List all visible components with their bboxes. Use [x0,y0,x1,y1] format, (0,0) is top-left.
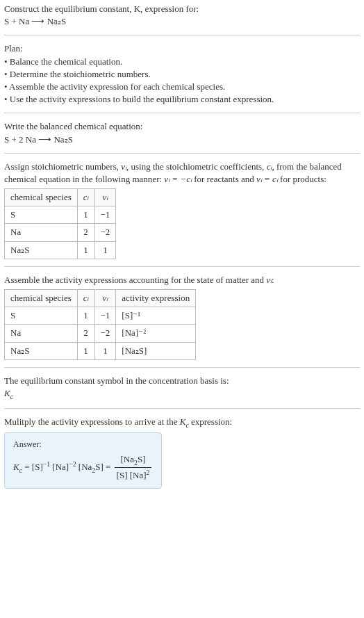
answer-kc: Kc [13,462,22,472]
activity-table: chemical species cᵢ νᵢ activity expressi… [4,289,196,360]
rel-prod: νᵢ = cᵢ [256,174,278,184]
cell-nui: 1 [94,342,116,359]
divider [4,266,360,267]
cell-nui: −2 [94,224,116,241]
cell-nui: 1 [94,241,116,259]
plan-item-3: • Assemble the activity expression for e… [4,81,360,93]
cell-activity: [Na₂S] [116,342,196,359]
cell-ci: 1 [77,206,94,224]
col-activity: activity expression [116,290,196,307]
cell-ci: 2 [77,224,94,241]
col-species: chemical species [5,290,78,307]
cell-ci: 2 [77,325,94,342]
assign-e: for products: [278,174,326,184]
assemble-b: : [272,275,274,285]
col-nui: νᵢ [94,189,116,206]
cell-species: Na₂S [5,342,78,359]
assemble-paragraph: Assemble the activity expressions accoun… [4,274,360,286]
table-header-row: chemical species cᵢ νᵢ activity expressi… [5,290,196,307]
stoich-table: chemical species cᵢ νᵢ S 1 −1 Na 2 −2 Na… [4,188,116,259]
col-ci: cᵢ [77,189,94,206]
cell-species: Na₂S [5,241,78,259]
plan-item-4: • Use the activity expressions to build … [4,93,360,106]
answer-box: Answer: Kc = [S]−1 [Na]−2 [Na2S] = [Na2S… [4,432,162,489]
cell-ci: 1 [77,241,94,259]
table-row: S 1 −1 [5,206,116,224]
kc-inline: Kc [180,416,189,427]
construct-text: Construct the equilibrium constant, K, e… [4,3,199,14]
write-balanced-heading: Write the balanced chemical equation: [4,120,360,133]
unbalanced-equation: S + Na ⟶ Na₂S [4,15,360,28]
cell-activity: [S]⁻¹ [116,307,196,325]
eq-text: S + Na ⟶ Na₂S [4,16,66,26]
col-ci: cᵢ [77,290,94,307]
answer-label: Answer: [13,439,153,450]
answer-na2s: [Na2S] = [78,462,113,472]
assign-b: , using the stoichiometric coefficients, [126,161,267,172]
answer-exp1: −1 [43,460,50,468]
answer-exp2: −2 [69,460,76,468]
assemble-a: Assemble the activity expressions accoun… [4,275,266,285]
table-header-row: chemical species cᵢ νᵢ [5,189,116,206]
plan-item-1: • Balance the chemical equation. [4,56,360,68]
cell-species: Na [5,224,78,241]
divider [4,113,360,113]
divider [4,153,360,154]
table-row: Na₂S 1 1 [Na₂S] [5,342,196,359]
col-species: chemical species [5,189,78,206]
kc-value: Kc [4,388,13,398]
assign-d: for reactants and [192,174,256,184]
cell-activity: [Na]⁻² [116,325,196,342]
table-row: S 1 −1 [S]⁻¹ [5,307,196,325]
balanced-equation: S + 2 Na ⟶ Na₂S [4,133,360,146]
answer-na: [Na] [52,462,69,472]
mult-b: expression: [189,416,232,427]
plan-header: Plan: [4,42,360,55]
answer-expression: Kc = [S]−1 [Na]−2 [Na2S] = [Na2S] [S] [N… [13,453,153,482]
divider [4,35,360,35]
kc-symbol: Kc [4,387,360,401]
answer-den: [S] [Na]2 [115,468,152,482]
cell-species: S [5,206,78,224]
cell-ci: 1 [77,307,94,325]
construct-heading: Construct the equilibrium constant, K, e… [4,3,360,15]
answer-fraction: [Na2S] [S] [Na]2 [115,453,152,482]
answer-eq1: = [S] [24,462,42,472]
rel-react: νᵢ = −cᵢ [164,174,192,184]
mult-a: Mulitply the activity expressions to arr… [4,416,180,427]
divider [4,367,360,368]
cell-nui: −1 [94,307,116,325]
kc-symbol-text: The equilibrium constant symbol in the c… [4,375,360,387]
cell-species: S [5,307,78,325]
col-nui: νᵢ [94,290,116,307]
cell-ci: 1 [77,342,94,359]
assign-a: Assign stoichiometric numbers, [4,161,121,172]
multiply-paragraph: Mulitply the activity expressions to arr… [4,416,360,430]
table-row: Na 2 −2 [Na]⁻² [5,325,196,342]
plan-item-2: • Determine the stoichiometric numbers. [4,68,360,81]
nu-i-2: νᵢ [266,275,272,285]
cell-species: Na [5,325,78,342]
eq-balanced-text: S + 2 Na ⟶ Na₂S [4,134,73,145]
cell-nui: −2 [94,325,116,342]
assign-paragraph: Assign stoichiometric numbers, νᵢ, using… [4,161,360,186]
nu-i: νᵢ [121,161,126,172]
table-row: Na₂S 1 1 [5,241,116,259]
answer-num: [Na2S] [115,453,152,468]
divider [4,408,360,409]
cell-nui: −1 [94,206,116,224]
table-row: Na 2 −2 [5,224,116,241]
